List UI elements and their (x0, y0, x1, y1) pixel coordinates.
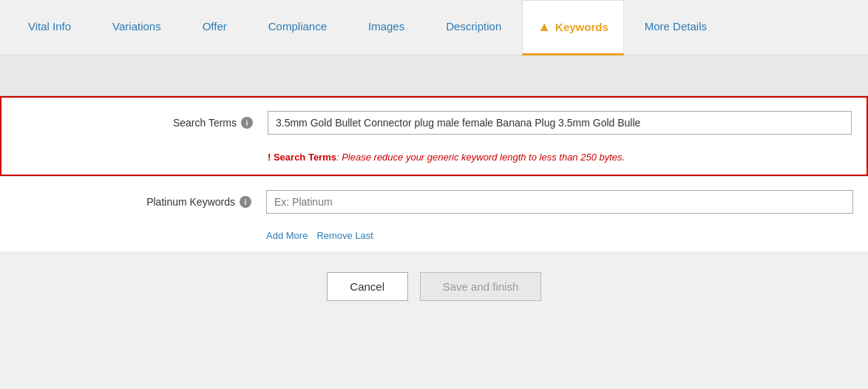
platinum-keywords-input[interactable] (266, 190, 853, 214)
error-label: ! Search Terms (268, 152, 336, 163)
warning-icon: ▲ (538, 19, 551, 35)
search-terms-input[interactable] (268, 111, 852, 135)
tab-compliance-label: Compliance (268, 20, 327, 33)
error-section: Search Terms i ! Search Terms: Please re… (0, 96, 868, 176)
platinum-keywords-info-icon[interactable]: i (240, 196, 251, 208)
error-detail: : Please reduce your generic keyword len… (336, 152, 625, 163)
tab-keywords-label: Keywords (555, 21, 608, 33)
main-content: Search Terms i ! Search Terms: Please re… (0, 96, 868, 251)
platinum-section: Platinum Keywords i Add More Remove Last (0, 176, 868, 251)
platinum-row: Platinum Keywords i (0, 177, 868, 227)
tab-vital-info-label: Vital Info (28, 20, 71, 33)
save-finish-button[interactable]: Save and finish (420, 272, 542, 301)
footer-area: Cancel Save and finish (0, 251, 868, 322)
tab-description-label: Description (446, 20, 501, 33)
platinum-links-row: Add More Remove Last (0, 227, 868, 251)
tab-more-details-label: More Details (645, 20, 707, 33)
tab-variations-label: Variations (112, 20, 161, 33)
tab-keywords[interactable]: ▲ Keywords (522, 0, 624, 55)
cancel-button[interactable]: Cancel (327, 272, 408, 301)
tab-offer-label: Offer (203, 20, 227, 33)
tab-more-details[interactable]: More Details (624, 0, 728, 55)
remove-last-link[interactable]: Remove Last (316, 230, 373, 241)
error-message: ! Search Terms: Please reduce your gener… (268, 152, 625, 163)
tab-images[interactable]: Images (347, 0, 425, 55)
tab-vital-info[interactable]: Vital Info (7, 0, 92, 55)
search-terms-label: Search Terms i (16, 117, 268, 129)
add-more-link[interactable]: Add More (266, 230, 308, 241)
search-terms-row: Search Terms i (1, 98, 867, 148)
error-message-row: ! Search Terms: Please reduce your gener… (1, 148, 867, 175)
tab-compliance[interactable]: Compliance (248, 0, 347, 55)
tab-variations[interactable]: Variations (92, 0, 182, 55)
tab-offer[interactable]: Offer (182, 0, 248, 55)
tab-bar: Vital Info Variations Offer Compliance I… (0, 0, 868, 55)
spacer-area (0, 55, 868, 96)
tab-images-label: Images (368, 20, 404, 33)
platinum-keywords-label: Platinum Keywords i (15, 196, 266, 208)
search-terms-info-icon[interactable]: i (241, 117, 253, 129)
tab-description[interactable]: Description (425, 0, 522, 55)
